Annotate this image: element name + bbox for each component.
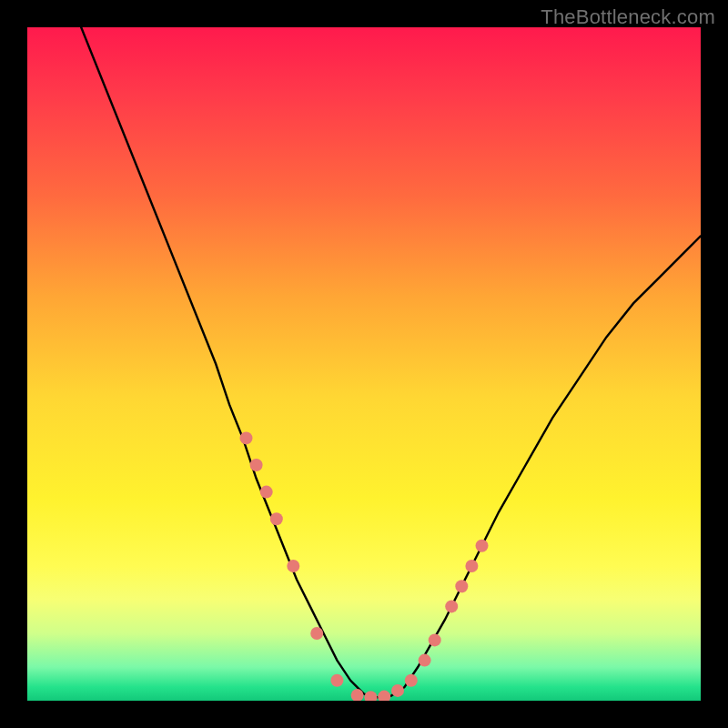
highlight-dot: [445, 600, 458, 612]
highlight-dot: [476, 540, 489, 552]
highlight-dot: [250, 459, 263, 471]
highlight-dot: [419, 654, 431, 667]
highlight-dots: [240, 431, 489, 701]
chart-svg: [27, 27, 701, 701]
highlight-dot: [330, 674, 343, 687]
highlight-dot: [455, 580, 468, 592]
watermark-text: TheBottleneck.com: [541, 5, 715, 29]
highlight-dot: [465, 560, 478, 572]
chart-frame: TheBottleneck.com: [0, 0, 728, 728]
highlight-dot: [240, 431, 253, 444]
highlight-dot: [260, 486, 273, 499]
highlight-dot: [287, 560, 299, 572]
plot-area: [27, 27, 701, 701]
highlight-dot: [405, 674, 418, 687]
highlight-dot: [391, 684, 404, 697]
bottleneck-curve: [81, 27, 701, 697]
highlight-dot: [310, 627, 323, 640]
highlight-dot: [270, 512, 283, 525]
highlight-dot: [378, 691, 390, 701]
highlight-dot: [364, 691, 377, 701]
highlight-dot: [429, 633, 441, 646]
